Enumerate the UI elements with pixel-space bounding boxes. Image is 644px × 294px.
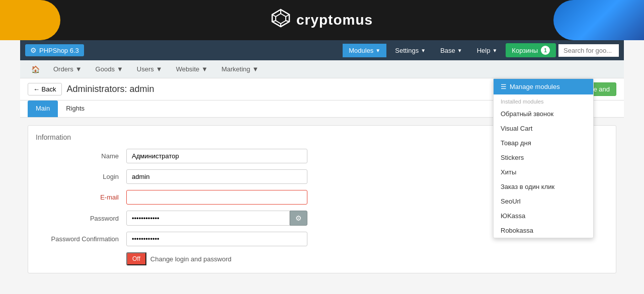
email-label: E-mail	[36, 193, 126, 201]
logo-text: cryptomus	[296, 12, 373, 28]
help-label: Help	[477, 47, 491, 54]
marketing-nav-item[interactable]: Marketing ▼	[215, 62, 265, 76]
website-label: Website	[176, 65, 200, 73]
base-menu[interactable]: Base ▼	[434, 44, 468, 57]
menu-icon: ☰	[501, 83, 507, 90]
name-input[interactable]	[126, 149, 307, 163]
password-with-btn: ⚙	[126, 211, 307, 226]
modules-arrow: ▼	[375, 48, 380, 53]
top-banner: cryptomus	[0, 0, 644, 40]
modules-menu[interactable]: Modules ▼	[343, 44, 386, 57]
tab-main[interactable]: Main	[28, 101, 58, 117]
brand-name: PHPShop 6.3	[39, 47, 79, 54]
dropdown-header: ☰ Manage modules	[494, 79, 593, 94]
dropdown-header-label: Manage modules	[510, 83, 560, 90]
top-nav: ⚙ PHPShop 6.3 Modules ▼ Settings ▼ Base …	[20, 40, 624, 60]
toggle-text: Change login and password	[150, 255, 231, 263]
tab-rights-label: Rights	[66, 105, 85, 112]
name-label: Name	[36, 152, 126, 160]
home-icon: 🏠	[31, 65, 40, 73]
dropdown-item-8[interactable]: Robokassa	[494, 223, 593, 238]
page-title: Administrators: admin	[67, 84, 520, 94]
base-label: Base	[440, 47, 455, 54]
email-input[interactable]	[126, 190, 307, 205]
toggle-button[interactable]: Off	[126, 252, 146, 265]
goods-arrow: ▼	[117, 65, 123, 73]
tab-main-label: Main	[36, 105, 50, 112]
users-nav-item[interactable]: Users ▼	[131, 62, 169, 76]
search-input[interactable]	[558, 44, 619, 57]
orders-label: Orders	[53, 65, 73, 73]
toggle-row: Off Change login and password	[36, 252, 608, 265]
modules-label: Modules	[349, 47, 373, 54]
modules-dropdown: ☰ Manage modules Installed modules Обрат…	[493, 78, 594, 238]
settings-arrow: ▼	[421, 48, 426, 53]
dropdown-item-2[interactable]: Товар дня	[494, 136, 593, 150]
dropdown-item-1[interactable]: Visual Cart	[494, 121, 593, 136]
second-nav: 🏠 Orders ▼ Goods ▼ Users ▼ Website ▼ Mar…	[20, 60, 624, 78]
gear-icon: ⚙	[30, 46, 37, 54]
basket-label: Корзины	[512, 47, 538, 54]
orders-nav-item[interactable]: Orders ▼	[47, 62, 88, 76]
logo-icon	[271, 9, 290, 32]
dropdown-item-0[interactable]: Обратный звонок	[494, 107, 593, 121]
tab-rights[interactable]: Rights	[58, 101, 93, 117]
goods-nav-item[interactable]: Goods ▼	[90, 62, 129, 76]
password-label: Password	[36, 215, 126, 222]
dropdown-item-4[interactable]: Хиты	[494, 165, 593, 179]
dropdown-item-7[interactable]: ЮKassa	[494, 209, 593, 223]
app-container: ⚙ PHPShop 6.3 Modules ▼ Settings ▼ Base …	[20, 40, 624, 273]
marketing-label: Marketing	[221, 65, 250, 73]
help-menu[interactable]: Help ▼	[471, 44, 504, 57]
password-confirm-label: Password Confirmation	[36, 235, 126, 243]
back-label: ← Back	[33, 85, 56, 93]
help-arrow: ▼	[492, 48, 497, 53]
login-input[interactable]	[126, 169, 307, 184]
dropdown-section-label: Installed modules	[494, 94, 593, 107]
goods-label: Goods	[96, 65, 115, 73]
orders-arrow: ▼	[75, 65, 82, 73]
dropdown-item-5[interactable]: Заказ в один клик	[494, 179, 593, 194]
website-nav-item[interactable]: Website ▼	[170, 62, 214, 76]
password-input[interactable]	[126, 211, 290, 226]
svg-marker-1	[276, 14, 286, 24]
dropdown-item-6[interactable]: SeoUrl	[494, 194, 593, 209]
basket-button[interactable]: Корзины 1	[506, 43, 556, 57]
marketing-arrow: ▼	[252, 65, 259, 73]
settings-menu[interactable]: Settings ▼	[389, 44, 432, 57]
logo-area: cryptomus	[271, 9, 373, 32]
password-confirm-input[interactable]	[126, 232, 307, 246]
users-label: Users	[137, 65, 154, 73]
login-label: Login	[36, 173, 126, 180]
users-arrow: ▼	[156, 65, 163, 73]
settings-label: Settings	[395, 47, 419, 54]
brand-badge: ⚙ PHPShop 6.3	[25, 44, 84, 56]
home-nav-item[interactable]: 🏠	[25, 62, 46, 76]
basket-count: 1	[541, 46, 550, 55]
back-button[interactable]: ← Back	[28, 83, 62, 95]
page-wrapper: ⚙ PHPShop 6.3 Modules ▼ Settings ▼ Base …	[0, 40, 644, 294]
password-toggle-btn[interactable]: ⚙	[290, 211, 307, 226]
base-arrow: ▼	[457, 48, 462, 53]
website-arrow: ▼	[201, 65, 208, 73]
dropdown-item-3[interactable]: Stickers	[494, 150, 593, 165]
